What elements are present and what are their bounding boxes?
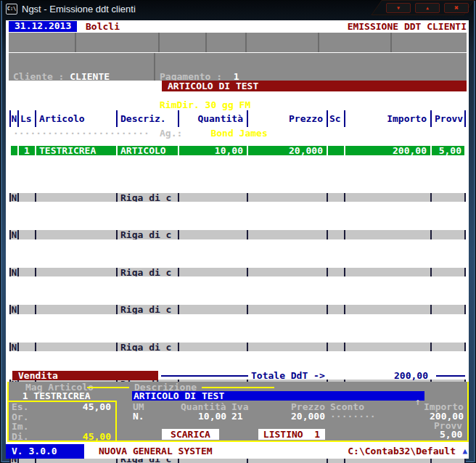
col-importo: Importo	[345, 110, 432, 127]
article-banner: ARTICOLO DI TEST	[162, 81, 467, 91]
field-ordine[interactable]: Ordine ········	[319, 33, 392, 52]
mag-border-line	[87, 387, 129, 388]
um-value[interactable]: N.	[133, 411, 144, 421]
row-flag: N	[9, 305, 19, 314]
cell-sc	[328, 146, 345, 155]
cell-importo: 200,00	[345, 146, 432, 155]
payment-info[interactable]: Pagamento : 1 RimDir. 30 gg FM Ag.: 1 Bo…	[155, 53, 467, 81]
row-flag: N	[9, 193, 19, 202]
table-row[interactable]: N Riga di c	[9, 343, 466, 351]
up-arrow-icon: ↑	[415, 397, 421, 406]
col-prezzo: Prezzo	[248, 110, 328, 127]
mag-articolo-value[interactable]: 1 TESTRICREA	[11, 391, 91, 401]
im-label: Im.	[12, 422, 28, 432]
cell-provv: 5,00	[432, 146, 466, 155]
cell-quantita: 10,00	[179, 146, 248, 155]
total-line-left	[161, 375, 248, 377]
row-descr: Riga di c	[118, 230, 179, 239]
col-descriz: Descriz.	[118, 110, 179, 127]
company-name: NUOVA GENERAL SYSTEM	[99, 446, 213, 456]
total-label: Totale DdT ->	[251, 371, 325, 380]
row-flag: N	[9, 343, 19, 351]
selected-article-row[interactable]: 1 TESTRICREA ARTICOLO 10,00 20,000 200,0…	[9, 146, 466, 155]
row-flag: N	[9, 268, 19, 276]
title-bar[interactable]: C:\ Ngst - Emissione ddt clienti ▾ ▴ ✖	[0, 0, 476, 19]
col-ls: Ls	[19, 110, 36, 127]
es-value: 45,00	[83, 402, 111, 412]
field-empty	[247, 33, 319, 52]
row-descr: Riga di c	[118, 343, 179, 351]
date-field[interactable]: 31.12.2013	[9, 21, 77, 32]
cell-articolo: TESTRICREA	[36, 146, 118, 155]
status-bar: V. 3.0.0 NUOVA GENERAL SYSTEM C:\Contab3…	[6, 444, 469, 459]
sconto-value[interactable]: ········	[330, 411, 376, 421]
quantita-value[interactable]: 10,00	[198, 411, 226, 421]
di-label: Di.	[12, 432, 28, 442]
cell-ls: 1	[19, 146, 36, 155]
client-panel: Cliente : CLIENTE Cliente di prova ·····…	[9, 53, 467, 81]
vendita-banner: Vendita	[12, 371, 158, 380]
row-descr: Riga di c	[118, 268, 179, 276]
es-label: Es.	[12, 402, 28, 412]
row-descr: Riga di c	[118, 305, 179, 314]
app-icon: C:\	[6, 4, 17, 15]
col-quantita: Quantità	[179, 110, 248, 127]
resize-grip-icon[interactable]: ▲	[462, 446, 467, 456]
provv-value: 5,00	[440, 430, 462, 439]
table-row[interactable]: N Riga di c	[9, 230, 466, 239]
close-button[interactable]: ✖	[444, 3, 469, 13]
total-value: 200,00	[394, 371, 428, 380]
window-title: Ngst - Emissione ddt clienti	[22, 4, 136, 15]
descrizione-input[interactable]: ARTICOLO DI TEST	[132, 391, 424, 401]
screen-title: EMISSIONE DDT CLIENTI	[348, 22, 467, 31]
maximize-button[interactable]: ▴	[415, 3, 440, 13]
table-header-row: N Ls Articolo Descriz. Quantità Prezzo S…	[9, 110, 466, 127]
minimize-button[interactable]: ▾	[386, 3, 411, 13]
client-name: CLIENTE	[70, 71, 110, 82]
descr-border-line	[202, 387, 274, 388]
row-flag: N	[9, 230, 19, 239]
data-path: C:\Contab32\Default	[348, 446, 456, 456]
client-label: Cliente :	[13, 71, 70, 82]
di-value: 45,00	[83, 432, 111, 442]
col-n: N	[9, 110, 19, 127]
app-window: C:\ Ngst - Emissione ddt clienti ▾ ▴ ✖ 3…	[0, 0, 476, 463]
table-row[interactable]: N Riga di c	[9, 305, 466, 314]
scarica-button[interactable]: SCARICA	[162, 429, 219, 440]
client-info[interactable]: Cliente : CLIENTE Cliente di prova ·····…	[9, 53, 155, 81]
table-row[interactable]: N Riga di c	[9, 268, 466, 276]
field-del[interactable]: Del 07.11.2013	[76, 33, 160, 52]
col-provv: Provv	[432, 110, 466, 127]
stock-box: Es.45,00 Or. Im. Di.45,00	[9, 401, 117, 441]
field-ordine-del[interactable]: Del ········	[392, 33, 467, 52]
prezzo-value[interactable]: 20,000	[291, 411, 325, 421]
field-iva[interactable]: %Iva ···	[207, 33, 247, 52]
document-header-fields: N°DdT 10 Del 07.11.2013 Contr. 924 %Iva …	[9, 33, 467, 52]
total-line-right	[436, 375, 465, 377]
col-articolo: Articolo	[36, 110, 118, 127]
or-label: Or.	[12, 412, 28, 422]
iva-value[interactable]: 21	[231, 411, 243, 421]
field-contr[interactable]: Contr. 924	[160, 33, 207, 52]
col-sc: Sc	[328, 110, 345, 127]
row-descr: Riga di c	[118, 193, 179, 202]
table-row[interactable]: N Riga di c	[9, 193, 466, 202]
field-nddt[interactable]: N°DdT 10	[9, 33, 76, 52]
listino-button[interactable]: LISTINO 1	[258, 429, 325, 440]
doc-type-label: Bolcli	[86, 22, 120, 31]
cell-prezzo: 20,000	[248, 146, 328, 155]
cell-descriz: ARTICOLO	[118, 146, 179, 155]
version-badge: V. 3.0.0	[6, 444, 84, 459]
